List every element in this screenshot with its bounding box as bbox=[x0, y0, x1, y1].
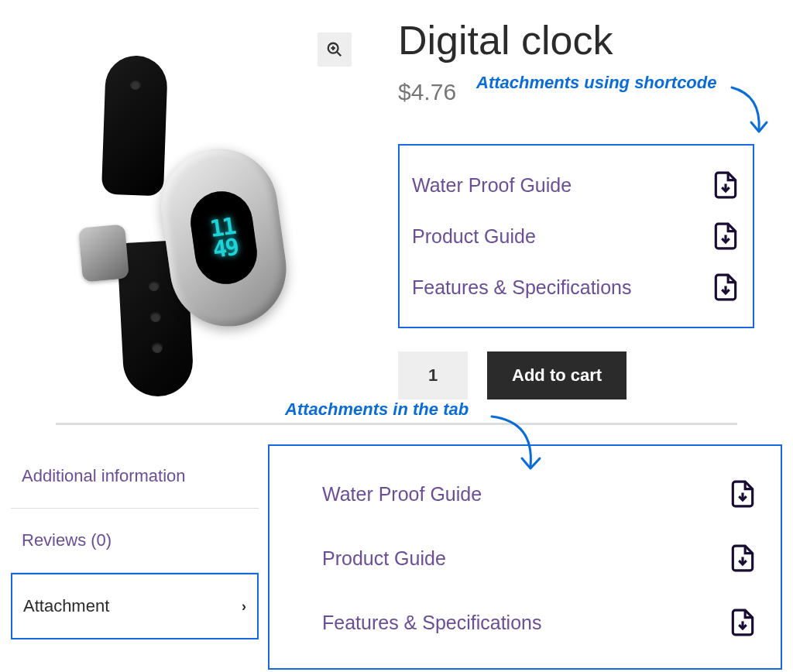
download-button[interactable] bbox=[711, 170, 740, 200]
chevron-right-icon: › bbox=[242, 598, 246, 615]
tab-label: Reviews (0) bbox=[22, 530, 112, 550]
cart-row: Add to cart bbox=[398, 351, 782, 399]
attachment-link[interactable]: Product Guide bbox=[412, 225, 536, 248]
download-button[interactable] bbox=[711, 273, 740, 302]
download-file-icon bbox=[728, 543, 757, 573]
watch-time-line2: 49 bbox=[211, 236, 239, 260]
attachment-row: Features & Specifications bbox=[322, 596, 757, 660]
tab-reviews[interactable]: Reviews (0) bbox=[11, 509, 259, 573]
attachment-row: Features & Specifications bbox=[412, 262, 740, 313]
product-image[interactable]: 11 49 bbox=[65, 56, 321, 396]
annotation-arrow-icon bbox=[488, 410, 558, 480]
attachment-link[interactable]: Product Guide bbox=[322, 547, 446, 570]
download-button[interactable] bbox=[728, 479, 757, 509]
attachment-row: Water Proof Guide bbox=[412, 159, 740, 211]
download-file-icon bbox=[711, 170, 740, 200]
attachment-link[interactable]: Features & Specifications bbox=[412, 276, 631, 299]
zoom-button[interactable] bbox=[318, 33, 352, 67]
tab-attachment[interactable]: Attachment › bbox=[11, 573, 259, 639]
product-details: Digital clock $4.76 Water Proof Guide Pr… bbox=[398, 9, 782, 399]
tab-label: Attachment bbox=[23, 596, 109, 616]
section-divider bbox=[56, 423, 737, 425]
tab-additional-information[interactable]: Additional information bbox=[11, 444, 259, 509]
attachments-shortcode-box: Water Proof Guide Product Guide bbox=[398, 144, 754, 328]
attachment-row: Product Guide bbox=[322, 532, 757, 596]
attachment-row: Product Guide bbox=[412, 211, 740, 262]
download-button[interactable] bbox=[711, 221, 740, 251]
download-file-icon bbox=[728, 479, 757, 509]
product-title: Digital clock bbox=[398, 17, 782, 63]
download-file-icon bbox=[711, 221, 740, 251]
zoom-icon bbox=[326, 41, 343, 58]
tab-label: Additional information bbox=[22, 466, 186, 486]
download-file-icon bbox=[711, 273, 740, 302]
annotation-tab: Attachments in the tab bbox=[285, 399, 469, 420]
add-to-cart-button[interactable]: Add to cart bbox=[487, 351, 627, 399]
quantity-input[interactable] bbox=[398, 351, 468, 399]
download-button[interactable] bbox=[728, 608, 757, 637]
svg-line-1 bbox=[337, 52, 342, 57]
product-image-column: 11 49 bbox=[11, 9, 352, 399]
attachment-link[interactable]: Water Proof Guide bbox=[322, 483, 482, 506]
tabs-column: Additional information Reviews (0) Attac… bbox=[11, 444, 259, 670]
annotation-arrow-icon bbox=[724, 84, 778, 146]
annotation-shortcode: Attachments using shortcode bbox=[476, 73, 716, 93]
download-button[interactable] bbox=[728, 543, 757, 573]
download-file-icon bbox=[728, 608, 757, 637]
attachment-link[interactable]: Water Proof Guide bbox=[412, 174, 572, 197]
attachment-link[interactable]: Features & Specifications bbox=[322, 612, 541, 634]
